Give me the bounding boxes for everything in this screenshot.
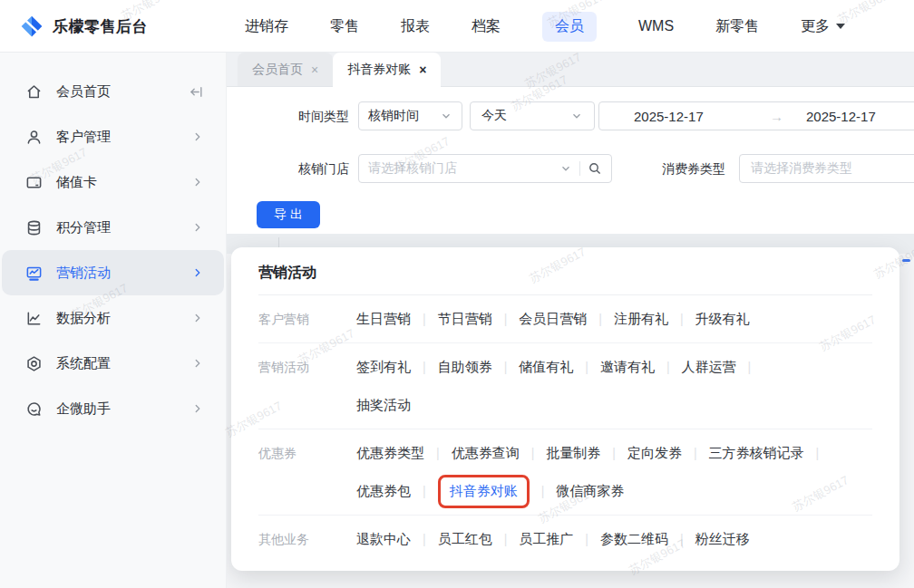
coupon-type-select[interactable]: 请选择消费券类型 — [739, 154, 914, 183]
customer-icon — [25, 128, 44, 146]
separator: | — [436, 446, 440, 460]
sidebar-item-储值卡[interactable]: 储值卡 — [0, 159, 226, 205]
menu-link-抽奖活动[interactable]: 抽奖活动 — [356, 397, 411, 414]
caret-down-icon — [836, 24, 845, 29]
topnav-item-更多[interactable]: 更多 — [801, 17, 845, 36]
end-date-value[interactable]: 2025-12-17 — [806, 109, 876, 124]
app-title: 乐檬零售后台 — [53, 16, 148, 37]
menu-group-links: 退款中心|员工红包|员工推广|参数二维码|粉丝迁移 — [356, 520, 872, 558]
tab-抖音券对账[interactable]: 抖音券对账× — [333, 53, 441, 87]
menu-link-升级有礼[interactable]: 升级有礼 — [695, 311, 750, 328]
sidebar: 会员首页客户管理储值卡积分管理营销活动数据分析系统配置企微助手 — [0, 53, 227, 588]
menu-link-人群运营[interactable]: 人群运营 — [682, 359, 736, 376]
separator: | — [680, 532, 684, 546]
menu-link-定向发券[interactable]: 定向发券 — [627, 445, 682, 462]
sidebar-item-营销活动[interactable]: 营销活动 — [2, 250, 224, 295]
chevron-right-icon — [191, 402, 204, 415]
menu-link-优惠券包[interactable]: 优惠券包 — [356, 483, 411, 500]
sidebar-item-数据分析[interactable]: 数据分析 — [0, 295, 226, 341]
menu-group-其他业务: 其他业务退款中心|员工红包|员工推广|参数二维码|粉丝迁移 — [258, 516, 872, 563]
menu-group-营销活动: 营销活动签到有礼|自助领券|储值有礼|邀请有礼|人群运营|抽奖活动 — [258, 343, 872, 429]
marketing-icon — [25, 264, 44, 282]
separator: | — [680, 312, 684, 326]
time-type-select[interactable]: 核销时间 — [358, 101, 462, 130]
sidebar-item-label: 会员首页 — [56, 83, 111, 101]
time-type-label: 时间类型 — [227, 101, 349, 130]
menu-link-三方券核销记录[interactable]: 三方券核销记录 — [709, 445, 804, 462]
export-button[interactable]: 导 出 — [257, 201, 320, 228]
topnav-item-进销存[interactable]: 进销存 — [245, 17, 288, 36]
tab-会员首页[interactable]: 会员首页× — [238, 53, 333, 86]
menu-group-links: 生日营销|节日营销|会员日营销|注册有礼|升级有礼 — [356, 300, 872, 338]
separator: | — [531, 446, 535, 460]
date-range-arrow-icon: → — [770, 109, 806, 124]
menu-link-生日营销[interactable]: 生日营销 — [356, 311, 411, 328]
wecom-chat-icon — [25, 400, 44, 418]
sidebar-item-label: 储值卡 — [56, 174, 97, 191]
separator: | — [816, 446, 820, 460]
chevron-right-icon — [191, 312, 204, 324]
menu-link-粉丝迁移[interactable]: 粉丝迁移 — [695, 531, 750, 548]
separator: | — [612, 446, 616, 460]
menu-link-批量制券[interactable]: 批量制券 — [546, 445, 600, 462]
sidebar-item-客户管理[interactable]: 客户管理 — [0, 114, 226, 159]
menu-group-category: 优惠券 — [258, 434, 356, 510]
menu-link-会员日营销[interactable]: 会员日营销 — [519, 311, 587, 328]
menu-link-员工红包[interactable]: 员工红包 — [438, 531, 492, 548]
collapse-sidebar-icon[interactable] — [189, 84, 204, 100]
search-icon[interactable] — [588, 161, 602, 176]
top-navigation: 进销存零售报表档案会员WMS新零售更多 — [245, 0, 845, 53]
topnav-item-报表[interactable]: 报表 — [401, 17, 430, 36]
tab-close-icon[interactable]: × — [311, 63, 318, 77]
tab-label: 抖音券对账 — [347, 62, 411, 78]
menu-link-参数二维码[interactable]: 参数二维码 — [600, 531, 668, 548]
date-preset-select[interactable]: 今天 — [470, 101, 595, 130]
start-date-value[interactable]: 2025-12-17 — [634, 109, 770, 124]
sidebar-item-系统配置[interactable]: 系统配置 — [0, 341, 226, 386]
stored-card-icon — [25, 173, 44, 191]
date-range-picker[interactable]: 2025-12-17 → 2025-12-17 — [598, 101, 914, 130]
sidebar-item-积分管理[interactable]: 积分管理 — [0, 205, 226, 250]
menu-group-category: 营销活动 — [258, 348, 356, 424]
menu-links-line: 抽奖活动 — [356, 386, 872, 424]
menu-link-员工推广[interactable]: 员工推广 — [519, 531, 573, 548]
analytics-icon — [25, 309, 44, 327]
separator: | — [423, 532, 426, 546]
menu-link-节日营销[interactable]: 节日营销 — [438, 311, 492, 328]
topnav-label: 更多 — [801, 17, 830, 36]
store-select[interactable]: 请选择核销门店 — [358, 154, 612, 183]
sidebar-item-会员首页[interactable]: 会员首页 — [0, 69, 226, 114]
separator: | — [585, 360, 588, 374]
menu-group-category: 其他业务 — [258, 520, 356, 558]
separator: | — [598, 312, 602, 326]
menu-link-注册有礼[interactable]: 注册有礼 — [614, 311, 668, 328]
menu-group-links: 签到有礼|自助领券|储值有礼|邀请有礼|人群运营|抽奖活动 — [356, 348, 872, 424]
lemon-diamond-icon — [20, 14, 44, 38]
menu-links-line: 优惠券类型|优惠券查询|批量制券|定向发券|三方券核销记录| — [356, 434, 872, 472]
menu-link-优惠券查询[interactable]: 优惠券查询 — [452, 445, 520, 462]
menu-link-签到有礼[interactable]: 签到有礼 — [356, 359, 411, 376]
menu-link-优惠券类型[interactable]: 优惠券类型 — [356, 445, 424, 462]
menu-link-储值有礼[interactable]: 储值有礼 — [519, 359, 573, 376]
menu-link-邀请有礼[interactable]: 邀请有礼 — [600, 359, 655, 376]
separator: | — [541, 484, 545, 498]
store-label: 核销门店 — [227, 154, 349, 183]
menu-link-抖音券对账[interactable]: 抖音券对账 — [438, 475, 530, 508]
topnav-item-会员[interactable]: 会员 — [542, 12, 597, 42]
points-icon — [25, 218, 44, 236]
menu-link-退款中心[interactable]: 退款中心 — [356, 531, 411, 548]
menu-links-line: 退款中心|员工红包|员工推广|参数二维码|粉丝迁移 — [356, 520, 872, 558]
chevron-down-icon — [559, 162, 572, 175]
sidebar-item-label: 数据分析 — [56, 310, 111, 327]
menu-link-微信商家券[interactable]: 微信商家券 — [556, 483, 624, 500]
topnav-item-新零售[interactable]: 新零售 — [715, 17, 759, 36]
separator: | — [694, 446, 697, 460]
topnav-item-档案[interactable]: 档案 — [472, 17, 501, 36]
sidebar-item-企微助手[interactable]: 企微助手 — [0, 386, 226, 431]
menu-link-自助领券[interactable]: 自助领券 — [438, 359, 492, 376]
topnav-item-WMS[interactable]: WMS — [638, 18, 674, 34]
chevron-down-icon — [570, 110, 583, 122]
topnav-item-零售[interactable]: 零售 — [330, 17, 359, 36]
sidebar-item-label: 系统配置 — [56, 355, 111, 372]
tab-close-icon[interactable]: × — [419, 63, 426, 77]
